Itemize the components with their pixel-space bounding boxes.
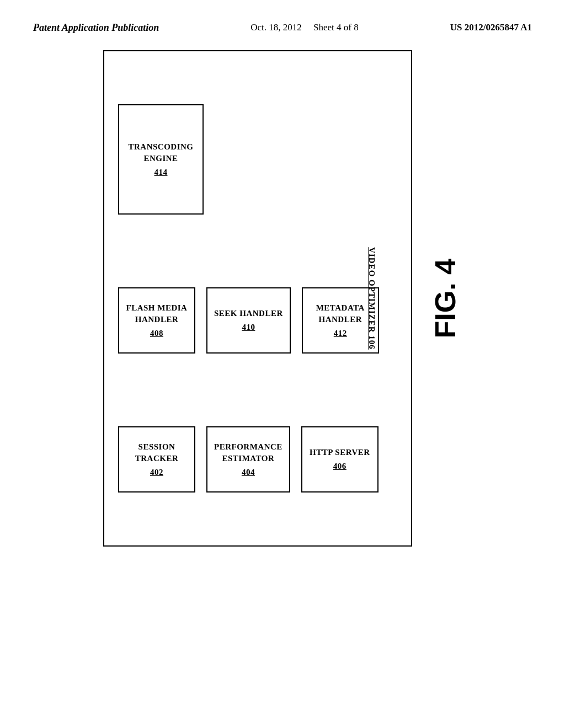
video-optimizer-label: VIDEO OPTIMIZER 106	[367, 247, 377, 350]
diagram-area: VIDEO OPTIMIZER 106 TRANSCODINGENGINE414…	[103, 50, 462, 547]
outer-box-label: VIDEO OPTIMIZER	[368, 247, 377, 333]
row-top: TRANSCODINGENGINE414	[118, 104, 397, 215]
publication-date: Oct. 18, 2012	[250, 22, 302, 33]
flash-media-handler-label: FLASH MEDIAHANDLER408	[126, 302, 188, 339]
date-sheet: Oct. 18, 2012 Sheet 4 of 8	[250, 22, 358, 33]
session-tracker-label: SESSIONTRACKER402	[135, 441, 179, 478]
sheet-info: Sheet 4 of 8	[313, 22, 359, 33]
flash-media-handler-box: FLASH MEDIAHANDLER408	[118, 287, 195, 354]
http-server-label: HTTP SERVER406	[310, 447, 370, 472]
rows-container: TRANSCODINGENGINE414 FLASH MEDIAHANDLER4…	[118, 68, 397, 529]
transcoding-engine-id: 414	[128, 167, 193, 178]
session-tracker-box: SESSIONTRACKER402	[118, 426, 195, 493]
page-header: Patent Application Publication Oct. 18, …	[33, 22, 532, 39]
publication-title: Patent Application Publication	[33, 22, 159, 34]
transcoding-engine-box: TRANSCODINGENGINE414	[118, 104, 204, 215]
outer-box-id: 106	[368, 335, 377, 350]
figure-label: FIG. 4	[429, 259, 462, 338]
seek-handler-label: SEEK HANDLER410	[214, 308, 283, 333]
http-server-id: 406	[310, 461, 370, 472]
patent-page: Patent Application Publication Oct. 18, …	[0, 0, 565, 728]
performance-estimator-label: PERFORMANCEESTIMATOR404	[214, 441, 282, 478]
row-middle: FLASH MEDIAHANDLER408 SEEK HANDLER410 ME…	[118, 287, 397, 354]
video-optimizer-box: VIDEO OPTIMIZER 106 TRANSCODINGENGINE414…	[103, 50, 412, 547]
seek-handler-id: 410	[214, 322, 283, 333]
performance-estimator-box: PERFORMANCEESTIMATOR404	[206, 426, 290, 493]
transcoding-engine-label: TRANSCODINGENGINE414	[128, 141, 193, 178]
performance-estimator-id: 404	[214, 467, 282, 478]
patent-number: US 2012/0265847 A1	[450, 22, 532, 33]
flash-media-handler-id: 408	[126, 328, 188, 339]
metadata-handler-id: 412	[316, 328, 365, 339]
row-bottom: SESSIONTRACKER402 PERFORMANCEESTIMATOR40…	[118, 426, 397, 493]
metadata-handler-label: METADATAHANDLER412	[316, 302, 365, 339]
session-tracker-id: 402	[135, 467, 179, 478]
seek-handler-box: SEEK HANDLER410	[206, 287, 291, 354]
http-server-box: HTTP SERVER406	[301, 426, 379, 493]
main-content: VIDEO OPTIMIZER 106 TRANSCODINGENGINE414…	[33, 50, 532, 547]
